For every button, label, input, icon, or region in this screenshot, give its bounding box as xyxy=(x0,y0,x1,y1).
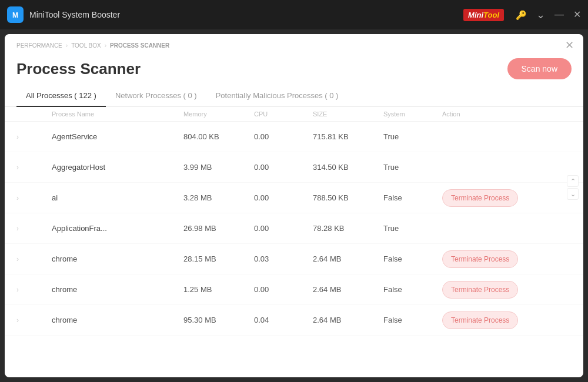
cpu-value: 0.00 xyxy=(254,285,313,294)
app-logo: M xyxy=(7,6,24,23)
process-name: chrome xyxy=(52,254,183,263)
window-controls: 🔑 ⌄ — ✕ xyxy=(516,9,581,20)
breadcrumb-sep-1: › xyxy=(66,42,68,49)
size-value: 78.28 KB xyxy=(313,224,383,233)
scan-now-button[interactable]: Scan now xyxy=(507,58,572,79)
action-cell: Terminate Process xyxy=(442,250,548,268)
table-row: › chrome 28.15 MB 0.03 2.64 MB False Ter… xyxy=(5,244,583,274)
system-value: False xyxy=(383,285,442,294)
cpu-value: 0.00 xyxy=(254,163,313,172)
app-title: MiniTool System Booster xyxy=(29,10,463,19)
expand-icon[interactable]: › xyxy=(16,163,52,172)
brand-tool: Tool xyxy=(483,11,499,19)
process-name: ai xyxy=(52,193,183,202)
system-value: True xyxy=(383,132,442,141)
tab-network-processes[interactable]: Network Processes ( 0 ) xyxy=(106,86,206,107)
size-value: 314.50 KB xyxy=(313,163,383,172)
memory-value: 26.98 MB xyxy=(183,224,254,233)
breadcrumb-current: PROCESS SCANNER xyxy=(110,42,169,49)
expand-icon[interactable]: › xyxy=(16,316,52,324)
cpu-value: 0.00 xyxy=(254,224,313,233)
system-value: False xyxy=(383,193,442,202)
col-process-name: Process Name xyxy=(52,110,183,118)
page-header: Process Scanner Scan now xyxy=(5,49,583,79)
memory-value: 804.00 KB xyxy=(183,132,254,141)
content-panel: PERFORMANCE › TOOL BOX › PROCESS SCANNER… xyxy=(5,34,583,377)
table-row: › ai 3.28 MB 0.00 788.50 KB False Termin… xyxy=(5,183,583,213)
size-value: 788.50 KB xyxy=(313,193,383,202)
terminate-process-button[interactable]: Terminate Process xyxy=(442,250,518,268)
memory-value: 1.25 MB xyxy=(183,285,254,294)
col-system: System xyxy=(383,110,442,118)
table-row: › AgentService 804.00 KB 0.00 715.81 KB … xyxy=(5,122,583,152)
main-area: PERFORMANCE › TOOL BOX › PROCESS SCANNER… xyxy=(5,34,583,377)
action-cell: Terminate Process xyxy=(442,281,548,299)
breadcrumb-performance[interactable]: PERFORMANCE xyxy=(16,42,62,49)
process-name: chrome xyxy=(52,285,183,294)
col-scroll xyxy=(548,110,572,118)
brand-logo: MiniTool xyxy=(463,9,504,21)
key-icon[interactable]: 🔑 xyxy=(516,11,527,19)
terminate-process-button[interactable]: Terminate Process xyxy=(442,281,518,299)
table-row: › chrome 95.30 MB 0.04 2.64 MB False Ter… xyxy=(5,305,583,336)
table-body[interactable]: › AgentService 804.00 KB 0.00 715.81 KB … xyxy=(5,122,583,356)
system-value: True xyxy=(383,224,442,233)
scroll-down-button[interactable]: ⌄ xyxy=(567,188,579,200)
scroll-arrows: ⌃ ⌄ xyxy=(567,175,579,200)
process-name: chrome xyxy=(52,316,183,324)
terminate-process-button[interactable]: Terminate Process xyxy=(442,311,518,329)
breadcrumb: PERFORMANCE › TOOL BOX › PROCESS SCANNER xyxy=(5,34,583,49)
expand-icon[interactable]: › xyxy=(16,224,52,233)
col-size: SIZE xyxy=(313,110,383,118)
terminate-process-button[interactable]: Terminate Process xyxy=(442,189,518,207)
col-expand xyxy=(16,110,52,118)
table-row: › AggregatorHost 3.99 MB 0.00 314.50 KB … xyxy=(5,152,583,183)
size-value: 2.64 MB xyxy=(313,254,383,263)
tabs-container: All Processes ( 122 ) Network Processes … xyxy=(5,79,583,107)
size-value: 2.64 MB xyxy=(313,285,383,294)
cpu-value: 0.00 xyxy=(254,193,313,202)
action-cell: Terminate Process xyxy=(442,189,548,207)
table-row: › ApplicationFra... 26.98 MB 0.00 78.28 … xyxy=(5,213,583,244)
col-memory: Memory xyxy=(183,110,254,118)
scroll-up-button[interactable]: ⌃ xyxy=(567,175,579,187)
action-cell: Terminate Process xyxy=(442,311,548,329)
size-value: 715.81 KB xyxy=(313,132,383,141)
titlebar: M MiniTool System Booster MiniTool 🔑 ⌄ —… xyxy=(0,0,588,29)
minimize-button[interactable]: — xyxy=(554,10,564,19)
memory-value: 3.99 MB xyxy=(183,163,254,172)
table-header: Process Name Memory CPU SIZE System Acti… xyxy=(5,107,583,122)
tab-all-processes[interactable]: All Processes ( 122 ) xyxy=(16,86,106,107)
cpu-value: 0.03 xyxy=(254,254,313,263)
tab-malicious-processes[interactable]: Potentially Malicious Processes ( 0 ) xyxy=(206,86,348,107)
memory-value: 3.28 MB xyxy=(183,193,254,202)
svg-text:M: M xyxy=(12,11,18,19)
expand-icon[interactable]: › xyxy=(16,286,52,294)
memory-value: 28.15 MB xyxy=(183,254,254,263)
system-value: False xyxy=(383,254,442,263)
brand-mini: Mini xyxy=(468,11,483,19)
expand-icon[interactable]: › xyxy=(16,194,52,202)
col-cpu: CPU xyxy=(254,110,313,118)
system-value: False xyxy=(383,316,442,324)
expand-icon[interactable]: › xyxy=(16,255,52,263)
process-name: ApplicationFra... xyxy=(52,224,183,233)
cpu-value: 0.00 xyxy=(254,132,313,141)
breadcrumb-sep-2: › xyxy=(105,42,106,49)
page-title: Process Scanner xyxy=(16,60,141,78)
size-value: 2.64 MB xyxy=(313,316,383,324)
breadcrumb-toolbox[interactable]: TOOL BOX xyxy=(71,42,101,49)
close-panel-button[interactable]: ✕ xyxy=(565,40,574,51)
chevron-down-icon[interactable]: ⌄ xyxy=(536,9,545,20)
cpu-value: 0.04 xyxy=(254,316,313,324)
table-row: › chrome 1.25 MB 0.00 2.64 MB False Term… xyxy=(5,274,583,305)
expand-icon[interactable]: › xyxy=(16,133,52,141)
memory-value: 95.30 MB xyxy=(183,316,254,324)
process-name: AggregatorHost xyxy=(52,163,183,172)
process-name: AgentService xyxy=(52,132,183,141)
system-value: True xyxy=(383,163,442,172)
close-window-button[interactable]: ✕ xyxy=(573,10,581,19)
col-action: Action xyxy=(442,110,548,118)
